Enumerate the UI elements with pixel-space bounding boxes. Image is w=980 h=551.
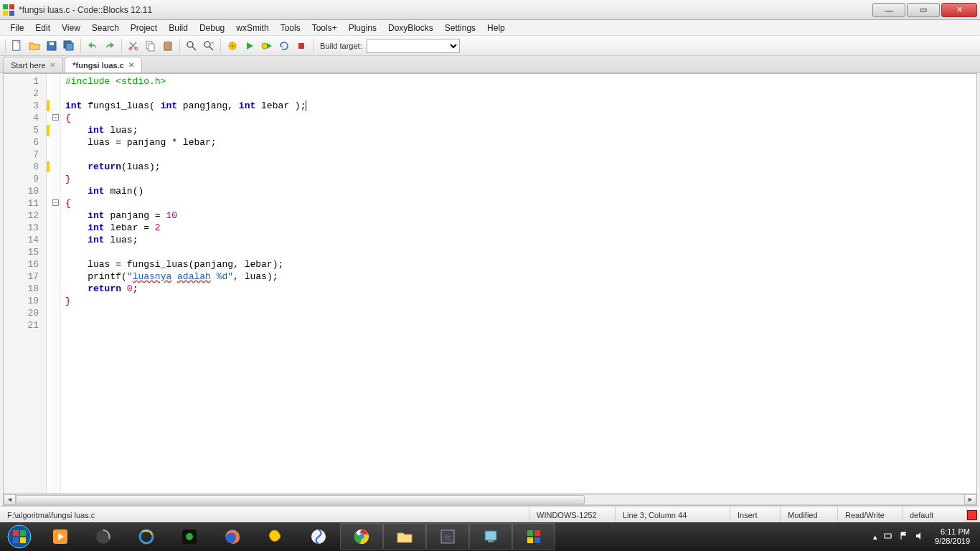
menu-file[interactable]: File — [4, 22, 29, 34]
taskbar-chrome-icon[interactable] — [340, 523, 383, 550]
scroll-thumb[interactable] — [16, 495, 585, 504]
tray-volume-icon[interactable] — [915, 531, 925, 542]
replace-button[interactable] — [201, 38, 217, 54]
svg-point-27 — [96, 529, 110, 544]
close-icon[interactable]: ✕ — [50, 61, 55, 69]
tab-start-here[interactable]: Start here✕ — [3, 57, 63, 72]
tray-clock[interactable]: 6:11 PM 9/28/2019 — [930, 527, 974, 546]
menu-tools+[interactable]: Tools+ — [306, 22, 343, 34]
run-button[interactable] — [242, 38, 258, 54]
svg-rect-41 — [527, 537, 533, 543]
taskbar-app1-icon[interactable] — [82, 523, 125, 550]
open-button[interactable] — [27, 38, 42, 54]
menu-tools[interactable]: Tools — [275, 22, 306, 34]
taskbar-ie-icon[interactable] — [125, 523, 168, 550]
svg-rect-24 — [13, 537, 19, 543]
svg-text:fz: fz — [445, 534, 451, 541]
undo-button[interactable] — [85, 38, 100, 54]
taskbar-app4-icon[interactable]: fz — [426, 523, 469, 550]
taskbar-app2-icon[interactable] — [254, 523, 297, 550]
tray-flag-icon[interactable] — [899, 531, 909, 542]
cut-button[interactable] — [126, 38, 141, 54]
scroll-track[interactable] — [16, 494, 964, 505]
copy-button[interactable] — [143, 38, 159, 54]
fold-toggle[interactable]: − — [52, 114, 59, 121]
tab-label: *fungsi luas.c — [72, 61, 124, 70]
tray-battery-icon[interactable] — [883, 531, 893, 542]
menu-search[interactable]: Search — [86, 22, 125, 34]
save-all-button[interactable] — [61, 38, 77, 54]
menu-wxsmith[interactable]: wxSmith — [230, 22, 274, 34]
svg-rect-37 — [485, 531, 496, 540]
build-button[interactable] — [225, 38, 240, 54]
taskbar: fz ▴ 6:11 PM 9/28/2019 — [0, 522, 980, 551]
taskbar-explorer-icon[interactable] — [383, 523, 426, 550]
fold-column: −− — [51, 74, 61, 493]
svg-rect-2 — [3, 11, 8, 16]
taskbar-app3-icon[interactable] — [297, 523, 340, 550]
taskbar-mediaplayer-icon[interactable] — [39, 523, 82, 550]
titlebar: *fungsi luas.c - Code::Blocks 12.11 — ▭ … — [0, 0, 980, 20]
status-cursor: Line 3, Column 44 — [616, 507, 730, 522]
tray-date: 9/28/2019 — [935, 537, 970, 546]
scroll-right-button[interactable]: ► — [964, 494, 976, 505]
svg-rect-43 — [885, 534, 891, 538]
tray-show-hidden-icon[interactable]: ▴ — [873, 532, 877, 542]
tab--fungsi-luas-c[interactable]: *fungsi luas.c✕ — [65, 57, 142, 72]
rebuild-button[interactable] — [276, 38, 292, 54]
save-button[interactable] — [44, 38, 60, 54]
build-run-button[interactable] — [259, 38, 275, 54]
fold-toggle[interactable]: − — [52, 199, 59, 206]
status-readwrite: Read/Write — [838, 507, 903, 522]
build-target-select[interactable] — [367, 39, 460, 53]
app-icon — [3, 4, 14, 16]
close-button[interactable]: ✕ — [941, 3, 977, 17]
scroll-left-button[interactable]: ◄ — [4, 494, 16, 505]
menu-debug[interactable]: Debug — [194, 22, 230, 34]
minimize-button[interactable]: — — [872, 3, 905, 17]
code-area[interactable]: #include <stdio.h> int fungsi_luas( int … — [61, 74, 976, 493]
horizontal-scrollbar[interactable]: ◄ ► — [4, 493, 976, 505]
statusbar: F:\algoritma\fungsi luas.c WINDOWS-1252 … — [0, 507, 980, 522]
svg-point-21 — [8, 525, 31, 548]
editor[interactable]: 123456789101112131415161718192021 −− #in… — [4, 74, 976, 493]
menu-build[interactable]: Build — [163, 22, 194, 34]
start-button[interactable] — [0, 522, 39, 551]
svg-rect-1 — [9, 4, 14, 9]
tabbar: Start here✕*fungsi luas.c✕ — [0, 56, 980, 73]
menu-help[interactable]: Help — [481, 22, 511, 34]
menu-edit[interactable]: Edit — [29, 22, 56, 34]
maximize-button[interactable]: ▭ — [907, 3, 940, 17]
taskbar-app5-icon[interactable] — [469, 523, 512, 550]
abort-button[interactable] — [293, 38, 309, 54]
svg-rect-13 — [164, 42, 171, 50]
build-target-label: Build target: — [320, 42, 362, 50]
status-filepath: F:\algoritma\fungsi luas.c — [0, 507, 529, 522]
menu-doxyblocks[interactable]: DoxyBlocks — [382, 22, 439, 34]
new-file-button[interactable] — [9, 38, 25, 54]
svg-rect-39 — [527, 530, 533, 536]
find-button[interactable] — [184, 38, 199, 54]
svg-rect-8 — [66, 43, 73, 50]
menu-view[interactable]: View — [56, 22, 86, 34]
svg-point-18 — [231, 44, 234, 47]
svg-rect-25 — [20, 537, 26, 543]
paste-button[interactable] — [160, 38, 176, 54]
taskbar-codeblocks-icon[interactable] — [512, 523, 555, 550]
menu-project[interactable]: Project — [125, 22, 163, 34]
svg-rect-12 — [149, 44, 154, 51]
svg-rect-4 — [13, 40, 20, 50]
close-icon[interactable]: ✕ — [128, 61, 134, 69]
taskbar-firefox-icon[interactable] — [211, 523, 254, 550]
window-controls: — ▭ ✕ — [871, 3, 977, 17]
menu-plugins[interactable]: Plugins — [343, 22, 382, 34]
taskbar-camera-icon[interactable] — [168, 523, 211, 550]
svg-rect-44 — [891, 535, 892, 537]
redo-button[interactable] — [102, 38, 118, 54]
svg-rect-3 — [9, 11, 14, 16]
svg-rect-23 — [20, 530, 26, 536]
svg-point-16 — [204, 42, 210, 47]
svg-rect-6 — [50, 42, 54, 45]
menu-settings[interactable]: Settings — [439, 22, 481, 34]
status-indicator-icon — [967, 510, 977, 520]
